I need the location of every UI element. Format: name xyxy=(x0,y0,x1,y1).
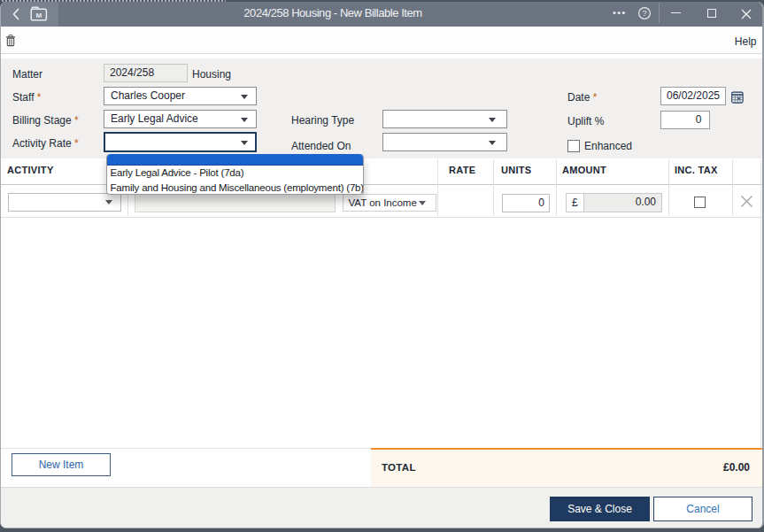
svg-text:?: ? xyxy=(642,8,646,18)
svg-text:M: M xyxy=(35,12,42,19)
